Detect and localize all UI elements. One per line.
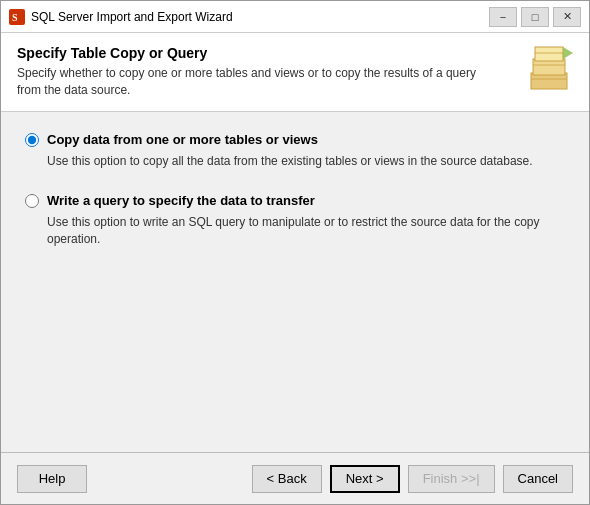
window-title: SQL Server Import and Export Wizard <box>31 10 489 24</box>
app-icon: S <box>9 9 25 25</box>
svg-marker-8 <box>563 47 573 59</box>
next-button[interactable]: Next > <box>330 465 400 493</box>
window-controls: − □ ✕ <box>489 7 581 27</box>
close-button[interactable]: ✕ <box>553 7 581 27</box>
page-title: Specify Table Copy or Query <box>17 45 513 61</box>
header-text: Specify Table Copy or Query Specify whet… <box>17 45 513 99</box>
write-query-description: Use this option to write an SQL query to… <box>47 214 565 248</box>
header-section: Specify Table Copy or Query Specify whet… <box>1 33 589 112</box>
option-write-query-row: Write a query to specify the data to tra… <box>25 193 565 208</box>
maximize-button[interactable]: □ <box>521 7 549 27</box>
svg-text:S: S <box>12 12 18 23</box>
minimize-button[interactable]: − <box>489 7 517 27</box>
option-write-query-group: Write a query to specify the data to tra… <box>25 193 565 248</box>
write-query-radio[interactable] <box>25 194 39 208</box>
main-content: Specify Table Copy or Query Specify whet… <box>1 33 589 504</box>
option-copy-tables-group: Copy data from one or more tables or vie… <box>25 132 565 170</box>
footer: Help < Back Next > Finish >>| Cancel <box>1 452 589 504</box>
help-button[interactable]: Help <box>17 465 87 493</box>
page-subtitle: Specify whether to copy one or more tabl… <box>17 65 477 99</box>
footer-left: Help <box>17 465 87 493</box>
finish-button[interactable]: Finish >>| <box>408 465 495 493</box>
title-bar: S SQL Server Import and Export Wizard − … <box>1 1 589 33</box>
options-section: Copy data from one or more tables or vie… <box>1 112 589 452</box>
copy-tables-label[interactable]: Copy data from one or more tables or vie… <box>47 132 318 147</box>
svg-rect-4 <box>535 47 563 61</box>
header-illustration <box>525 45 573 93</box>
write-query-label[interactable]: Write a query to specify the data to tra… <box>47 193 315 208</box>
option-copy-tables-row: Copy data from one or more tables or vie… <box>25 132 565 147</box>
back-button[interactable]: < Back <box>252 465 322 493</box>
footer-right: < Back Next > Finish >>| Cancel <box>252 465 573 493</box>
copy-tables-radio[interactable] <box>25 133 39 147</box>
copy-tables-description: Use this option to copy all the data fro… <box>47 153 565 170</box>
cancel-button[interactable]: Cancel <box>503 465 573 493</box>
